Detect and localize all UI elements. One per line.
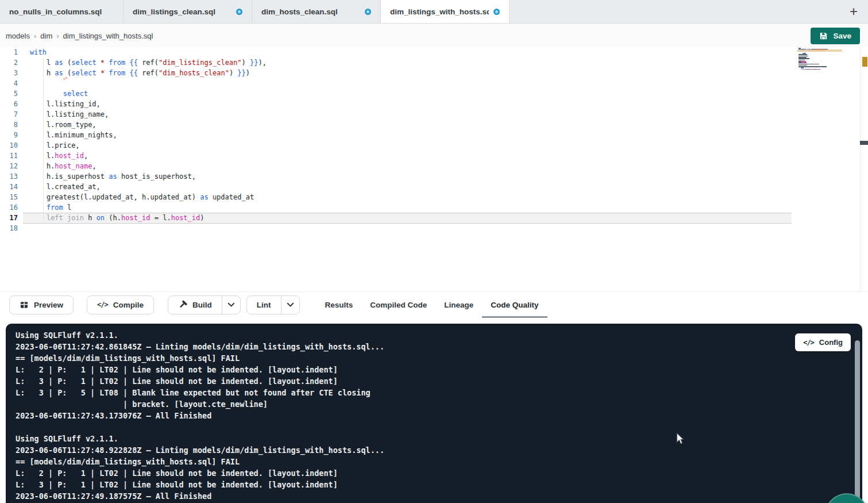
line-number: 15 bbox=[0, 192, 25, 202]
code-line: h as (select * from {{ ref("dim_hosts_cl… bbox=[30, 68, 267, 78]
tab-dim_listings_clean.sql[interactable]: dim_listings_clean.sql bbox=[124, 0, 252, 23]
panel-tab-compiled-code[interactable]: Compiled Code bbox=[361, 292, 435, 318]
mouse-cursor bbox=[676, 432, 685, 447]
editor-minimap[interactable] bbox=[798, 48, 840, 117]
lint-button-main[interactable]: Lint bbox=[247, 296, 281, 314]
tab-bar: no_nulls_in_columns.sqldim_listings_clea… bbox=[0, 0, 868, 24]
line-number: 11 bbox=[0, 151, 25, 161]
save-button[interactable]: Save bbox=[811, 28, 860, 44]
terminal-line bbox=[16, 421, 384, 433]
line-number: 14 bbox=[0, 182, 25, 192]
line-number: 18 bbox=[0, 223, 25, 233]
code-line: l as (select * from {{ ref("dim_listings… bbox=[30, 57, 267, 68]
panel-tab-results[interactable]: Results bbox=[317, 292, 362, 318]
breadcrumb-item[interactable]: dim bbox=[40, 32, 52, 40]
code-content[interactable]: with l as (select * from {{ ref("dim_lis… bbox=[30, 47, 267, 233]
lint-output-terminal: Using SQLFluff v2.1.1.2023-06-06T11:27:4… bbox=[6, 324, 862, 503]
editor-scrollbar[interactable] bbox=[860, 47, 868, 291]
tab-dim_listings_with_hosts.sql[interactable]: dim_listings_with_hosts.sql bbox=[381, 0, 510, 23]
code-editor[interactable]: 123456789101112131415161718 with l as (s… bbox=[0, 47, 868, 291]
terminal-line: L: 3 | P: 1 | LT02 | Line should not be … bbox=[16, 479, 384, 490]
line-number: 9 bbox=[0, 130, 25, 140]
terminal-line: L: 3 | P: 5 | LT08 | Blank line expected… bbox=[16, 387, 384, 398]
config-button-label: Config bbox=[819, 338, 843, 347]
preview-button[interactable]: Preview bbox=[9, 295, 74, 314]
terminal-line: 2023-06-06T11:27:49.187575Z — All Finish… bbox=[16, 490, 384, 502]
hammer-icon bbox=[178, 300, 187, 309]
preview-button-main[interactable]: Preview bbox=[10, 296, 73, 314]
save-button-label: Save bbox=[833, 32, 851, 40]
code-line: l.minimum_nights, bbox=[30, 130, 267, 140]
line-number: 3 bbox=[0, 68, 25, 78]
breadcrumb-separator: › bbox=[34, 32, 36, 40]
line-number: 1 bbox=[0, 47, 25, 57]
config-button[interactable]: </> Config bbox=[795, 333, 851, 351]
terminal-scrollbar-thumb[interactable] bbox=[855, 340, 860, 503]
code-line: greatest(l.updated_at, h.updated_at) as … bbox=[30, 192, 267, 202]
compile-button-main[interactable]: </>Compile bbox=[87, 296, 153, 314]
tab-label: dim_listings_with_hosts.sql bbox=[390, 7, 489, 16]
build-button[interactable]: Build bbox=[168, 295, 241, 314]
editor-scrollbar-thumb[interactable] bbox=[860, 141, 868, 145]
terminal-line: | bracket. [layout.cte_newline] bbox=[16, 398, 384, 410]
lint-button[interactable]: Lint bbox=[246, 295, 300, 314]
terminal-line: L: 2 | P: 1 | LT02 | Line should not be … bbox=[16, 467, 384, 479]
build-button-main[interactable]: Build bbox=[168, 296, 222, 314]
compile-button-label: Compile bbox=[113, 301, 144, 309]
compile-button[interactable]: </>Compile bbox=[87, 295, 154, 314]
code-line: l.price, bbox=[30, 140, 267, 151]
new-tab-button[interactable]: + bbox=[845, 3, 862, 20]
lint-button-label: Lint bbox=[257, 301, 271, 309]
lint-dropdown-toggle[interactable] bbox=[281, 296, 299, 314]
terminal-line: Using SQLFluff v2.1.1. bbox=[16, 329, 384, 341]
code-line: from l bbox=[30, 202, 267, 213]
line-number: 2 bbox=[0, 57, 25, 68]
code-line: l.listing_id, bbox=[30, 99, 267, 109]
breadcrumb: models›dim›dim_listings_with_hosts.sql bbox=[6, 32, 153, 40]
code-line bbox=[30, 78, 267, 89]
panel-tab-lineage[interactable]: Lineage bbox=[435, 292, 482, 318]
tab-label: no_nulls_in_columns.sql bbox=[9, 7, 114, 16]
lint-warning-marker bbox=[862, 57, 867, 67]
code-line: select bbox=[30, 89, 267, 99]
line-number: 6 bbox=[0, 99, 25, 109]
terminal-output: Using SQLFluff v2.1.1.2023-06-06T11:27:4… bbox=[16, 329, 384, 502]
build-dropdown-toggle[interactable] bbox=[222, 296, 240, 314]
terminal-line: == [models/dim/dim_listings_with_hosts.s… bbox=[16, 456, 384, 467]
breadcrumb-item[interactable]: dim_listings_with_hosts.sql bbox=[63, 32, 153, 40]
chevron-down-icon bbox=[227, 302, 235, 308]
code-icon: </> bbox=[803, 339, 814, 347]
terminal-line: 2023-06-06T11:27:48.922828Z — Linting mo… bbox=[16, 444, 384, 456]
line-number-gutter: 123456789101112131415161718 bbox=[0, 47, 25, 233]
terminal-line: L: 3 | P: 1 | LT02 | Line should not be … bbox=[16, 375, 384, 387]
breadcrumb-separator: › bbox=[56, 32, 59, 40]
line-number: 13 bbox=[0, 171, 25, 182]
preview-button-label: Preview bbox=[34, 301, 63, 309]
terminal-line: Using SQLFluff v2.1.1. bbox=[16, 433, 384, 444]
breadcrumb-item[interactable]: models bbox=[6, 32, 30, 40]
line-number: 7 bbox=[0, 109, 25, 120]
terminal-line: 2023-06-06T11:27:42.861845Z — Linting mo… bbox=[16, 341, 384, 352]
grid-icon bbox=[20, 301, 29, 309]
minimap-lint-highlight bbox=[797, 49, 842, 52]
unsaved-dot-icon[interactable] bbox=[493, 9, 500, 15]
line-number: 4 bbox=[0, 78, 25, 89]
line-number: 5 bbox=[0, 89, 25, 99]
tab-dim_hosts_clean.sql[interactable]: dim_hosts_clean.sql bbox=[252, 0, 381, 23]
unsaved-dot-icon[interactable] bbox=[236, 9, 242, 15]
terminal-line: L: 2 | P: 1 | LT02 | Line should not be … bbox=[16, 364, 384, 375]
tab-label: dim_hosts_clean.sql bbox=[261, 7, 360, 16]
terminal-line: == [models/dim/dim_listings_with_hosts.s… bbox=[16, 352, 384, 364]
line-number: 8 bbox=[0, 120, 25, 130]
chevron-down-icon bbox=[287, 302, 294, 308]
panel-tab-code-quality[interactable]: Code Quality bbox=[482, 292, 547, 318]
code-line: l.listing_name, bbox=[30, 109, 267, 120]
unsaved-dot-icon[interactable] bbox=[365, 9, 371, 15]
code-line: l.host_id, bbox=[30, 151, 267, 161]
code-line: h.is_superhost as host_is_superhost, bbox=[30, 171, 267, 182]
line-number: 10 bbox=[0, 140, 25, 151]
code-line: h.host_name, bbox=[30, 161, 267, 171]
tab-no_nulls_in_columns.sql[interactable]: no_nulls_in_columns.sql bbox=[0, 0, 124, 23]
line-number: 17 bbox=[0, 213, 25, 223]
code-line: l.room_type, bbox=[30, 120, 267, 130]
